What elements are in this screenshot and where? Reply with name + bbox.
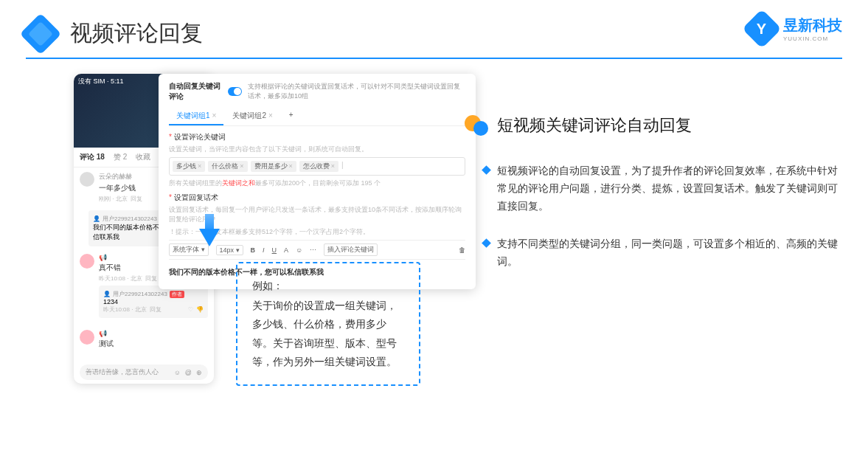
reply-link[interactable]: 回复	[145, 274, 157, 283]
add-group-button[interactable]: +	[282, 108, 301, 125]
example-title: 例如：	[252, 277, 404, 295]
auto-reply-toggle[interactable]	[228, 87, 242, 96]
heart-icon[interactable]: ♡	[188, 306, 193, 313]
arrow-down-icon	[199, 229, 220, 246]
avatar	[80, 254, 94, 269]
comment-item: 📢测试	[74, 325, 214, 355]
reply-section-label: 设置回复话术	[169, 193, 465, 203]
close-icon[interactable]: ×	[212, 111, 217, 120]
logo-icon: Y	[742, 9, 782, 49]
diamond-bullet-icon	[482, 165, 491, 175]
keyword-tag[interactable]: 费用是多少×	[251, 161, 296, 172]
avatar	[80, 172, 94, 187]
example-callout: 例如： 关于询价的设置成一组关键词，多少钱、什么价格，费用多少等。关于咨询班型、…	[236, 262, 420, 386]
keyword-hint: 设置关键词，当评论里内容包含了以下关键词，则系统可自动回复。	[169, 145, 465, 154]
keyword-tag[interactable]: 多少钱×	[173, 161, 205, 172]
logo-text-en: YUUXIN.COM	[783, 35, 842, 42]
keyword-group-tab-1[interactable]: 关键词组1×	[169, 108, 223, 125]
keyword-tag[interactable]: 什么价格×	[208, 161, 247, 172]
more-icon[interactable]: ⋯	[310, 246, 316, 254]
reply-link[interactable]: 回复	[150, 305, 162, 314]
tab-favorites[interactable]: 收藏	[136, 152, 150, 162]
bold-icon[interactable]: B	[251, 246, 256, 254]
keyword-count-hint: 所有关键词组里的关键词之和最多可添加200个，目前剩余可添加 195 个	[169, 179, 465, 188]
mobile-status-bar: 没有 SIM · 5:11	[78, 77, 124, 86]
tab-comments[interactable]: 评论 18	[80, 152, 105, 162]
person-icon: 👤	[103, 291, 111, 297]
avatar	[80, 330, 94, 345]
section-title: 短视频关键词评论自动回复	[497, 114, 692, 136]
header-cube-icon	[20, 13, 62, 55]
bullet-text: 支持不同类型的关键词分组，同一类问题，可设置多个相近的、高频的关键词。	[497, 235, 841, 271]
chat-bubbles-icon	[465, 115, 488, 136]
gift-icon[interactable]: ⊕	[196, 369, 202, 376]
underline-icon[interactable]: U	[272, 246, 277, 254]
toggle-description: 支持根据评论的关键词设置回复话术，可以针对不同类型关键词设置回复话术，最多添加1…	[248, 82, 465, 101]
feature-bullet: 支持不同类型的关键词分组，同一类问题，可设置多个相近的、高频的关键词。	[465, 235, 841, 271]
color-icon[interactable]: A	[284, 246, 288, 254]
toggle-label: 自动回复关键词评论	[169, 81, 222, 102]
config-panel: 自动回复关键词评论 支持根据评论的关键词设置回复话术，可以针对不同类型关键词设置…	[159, 74, 476, 289]
reply-link[interactable]: 回复	[131, 195, 142, 203]
keyword-section-label: 设置评论关键词	[169, 132, 465, 142]
comment-input[interactable]: 善语结善缘，恶言伤人心 ☺ @ ⊕	[80, 364, 208, 380]
italic-icon[interactable]: I	[263, 246, 265, 254]
at-icon[interactable]: @	[185, 369, 192, 376]
brand-logo: Y 昱新科技 YUUXIN.COM	[748, 15, 842, 43]
keyword-input[interactable]: 多少钱× 什么价格× 费用是多少× 怎么收费× |	[169, 157, 465, 176]
insert-keyword-button[interactable]: 插入评论关键词	[324, 243, 378, 256]
dislike-icon[interactable]: 👎	[196, 306, 204, 313]
emoji-icon[interactable]: ☺	[174, 369, 181, 376]
feature-bullet: 短视频评论的自动回复设置，为了提升作者的评论回复效率，在系统中针对常见的评论用户…	[465, 162, 841, 215]
page-title: 视频评论回复	[70, 18, 203, 49]
bullet-text: 短视频评论的自动回复设置，为了提升作者的评论回复效率，在系统中针对常见的评论用户…	[497, 162, 841, 215]
keyword-group-tab-2[interactable]: 关键词组2×	[225, 108, 280, 125]
logo-text-cn: 昱新科技	[783, 15, 842, 35]
header-divider	[26, 58, 842, 59]
person-icon: 👤	[93, 215, 100, 222]
size-select[interactable]: 14px ▾	[216, 245, 243, 255]
diamond-bullet-icon	[482, 239, 491, 249]
example-body: 关于询价的设置成一组关键词，多少钱、什么价格，费用多少等。关于咨询班型、版本、型…	[252, 297, 404, 371]
close-icon[interactable]: ×	[268, 111, 273, 120]
emoji-icon[interactable]: ☺	[296, 246, 302, 254]
tab-likes[interactable]: 赞 2	[114, 152, 127, 162]
keyword-tag[interactable]: 怎么收费×	[299, 161, 338, 172]
